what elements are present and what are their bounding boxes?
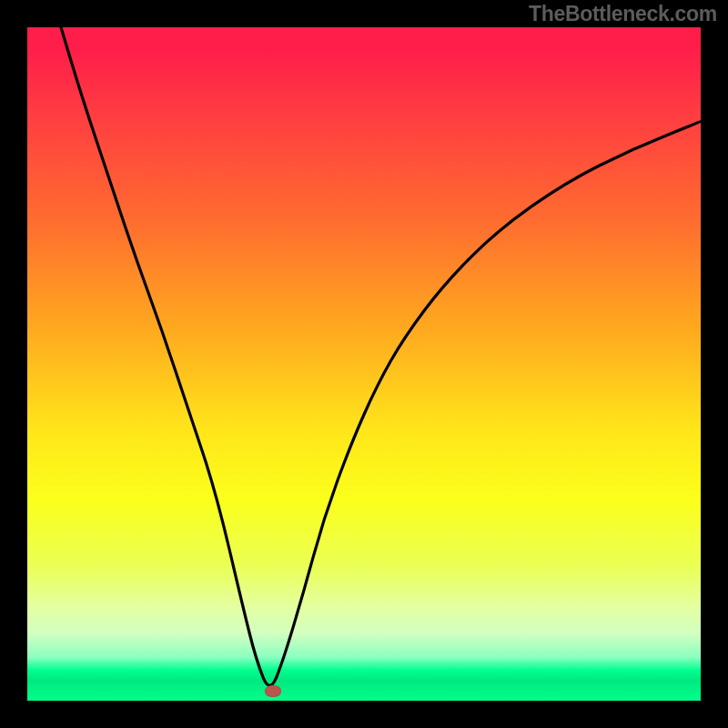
minimum-marker <box>265 685 281 697</box>
chart-frame: TheBottleneck.com <box>0 0 728 728</box>
bottleneck-curve <box>27 27 701 701</box>
watermark-text: TheBottleneck.com <box>529 2 717 26</box>
plot-area <box>27 27 701 701</box>
